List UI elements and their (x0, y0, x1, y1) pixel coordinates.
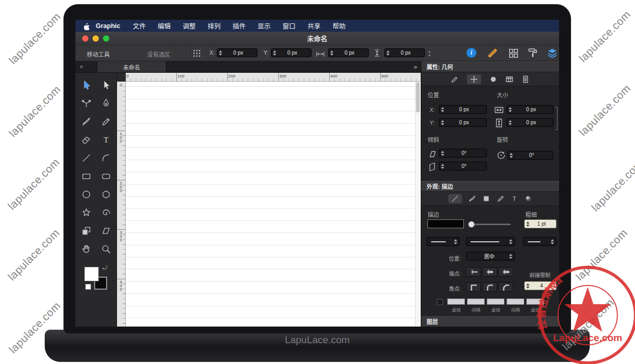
tab-stroke-icon[interactable] (448, 194, 462, 203)
cap-butt-button[interactable] (466, 267, 481, 277)
menu-item-adjust[interactable]: 调整 (183, 21, 196, 31)
cap-round-button[interactable] (482, 267, 497, 277)
eraser-tool[interactable] (80, 134, 93, 146)
stepper-arrows-icon[interactable] (217, 50, 224, 56)
stepper-arrows-icon[interactable] (439, 164, 446, 169)
thickness-stepper[interactable]: 1 pt (524, 219, 556, 228)
document-tab[interactable]: 未命名 (97, 61, 166, 72)
select-tool[interactable] (80, 79, 93, 92)
thickness-slider-knob[interactable] (468, 221, 475, 228)
apple-menu-icon[interactable] (83, 22, 89, 30)
rounded-rectangle-tool[interactable] (100, 170, 112, 183)
direct-select-tool[interactable] (100, 79, 112, 92)
rectangle-tool[interactable] (80, 170, 93, 183)
pencil-tool[interactable] (100, 115, 112, 128)
stepper-arrows-icon[interactable] (508, 153, 514, 158)
menu-item-edit[interactable]: 编辑 (158, 21, 171, 31)
stepper-arrows-icon[interactable] (439, 151, 446, 156)
arc-tool[interactable] (100, 152, 112, 164)
stepper-arrows-icon[interactable] (525, 222, 531, 227)
corner-miter-button[interactable] (466, 282, 481, 292)
toolbar-y-stepper[interactable]: 0 px (271, 48, 312, 57)
star-tool[interactable] (80, 206, 93, 219)
swap-colors-icon[interactable]: ⤾ (102, 264, 107, 271)
canvas-paper[interactable] (125, 81, 416, 327)
pen-tool[interactable] (100, 97, 112, 110)
tab-style-icon[interactable] (451, 75, 459, 83)
vertical-scrollbar[interactable] (415, 81, 421, 327)
dash-pattern-checkbox[interactable] (437, 299, 443, 305)
tab-document-icon[interactable] (522, 75, 529, 83)
tab-shadow-icon[interactable] (525, 195, 532, 202)
default-colors-icon[interactable] (85, 284, 91, 290)
toolbar-x-stepper[interactable]: 0 px (217, 48, 257, 57)
menu-item-file[interactable]: 文件 (133, 21, 146, 31)
tab-overflow-icon[interactable]: » (414, 63, 418, 71)
tab-text-style-icon[interactable]: T (511, 195, 518, 202)
tab-eyedropper-icon[interactable] (497, 195, 504, 202)
skew-x-stepper[interactable]: 0° (439, 149, 487, 158)
corner-round-button[interactable] (482, 282, 497, 292)
brush-tool[interactable] (80, 115, 93, 128)
menu-item-help[interactable]: 帮助 (332, 21, 345, 31)
hand-tool[interactable] (80, 243, 93, 255)
stepper-arrows-icon[interactable] (271, 50, 278, 56)
select-arrows-icon[interactable] (508, 254, 514, 259)
tab-fill-icon[interactable] (483, 195, 490, 202)
ellipse-tool[interactable] (80, 188, 93, 201)
select-arrows-icon[interactable] (452, 239, 459, 244)
stroke-style-select-3[interactable] (523, 237, 556, 246)
polygon-tool[interactable] (100, 188, 112, 201)
tab-table-icon[interactable] (506, 75, 513, 83)
gap-field-2[interactable] (507, 298, 524, 305)
select-arrows-icon[interactable] (549, 239, 556, 244)
menu-item-share[interactable]: 共享 (307, 21, 320, 31)
spiral-tool[interactable] (100, 206, 112, 219)
anchor-grid-icon[interactable] (193, 49, 201, 59)
height-stepper[interactable]: 0 px (507, 118, 553, 127)
tab-brush-icon[interactable] (469, 195, 476, 202)
stepper-arrows-icon[interactable] (439, 120, 446, 125)
color-well[interactable]: ⤾ (84, 267, 108, 291)
menu-item-arrange[interactable]: 排列 (208, 21, 221, 31)
parallelogram-tool[interactable] (100, 225, 112, 237)
stroke-position-select[interactable]: 居中 (466, 252, 515, 261)
toolbar-width-stepper[interactable]: 0 px (328, 48, 369, 57)
rotation-dots-icon[interactable] (428, 50, 431, 59)
scrollbar-thumb[interactable] (416, 82, 420, 112)
dash-field-1[interactable] (447, 298, 465, 305)
layers-button[interactable] (547, 47, 558, 61)
shape-combine-tool[interactable] (80, 225, 93, 237)
tab-close-icon[interactable]: × (80, 63, 83, 71)
info-button[interactable]: i (466, 48, 476, 58)
appearance-roller-button[interactable] (527, 47, 538, 60)
stepper-arrows-icon[interactable] (439, 107, 446, 112)
corner-bevel-button[interactable] (498, 282, 513, 292)
stroke-style-select-2[interactable] (466, 237, 515, 246)
zoom-tool[interactable] (100, 243, 112, 255)
node-tool[interactable] (80, 97, 93, 110)
y-stepper[interactable]: 0 px (439, 118, 487, 127)
gap-field-1[interactable] (467, 298, 485, 305)
select-arrows-icon[interactable] (508, 239, 514, 244)
width-stepper[interactable]: 0 px (507, 105, 553, 114)
text-tool[interactable]: T (100, 134, 112, 146)
menu-item-window[interactable]: 窗口 (282, 21, 295, 31)
toolbar-height-stepper[interactable]: 0 px (384, 48, 425, 57)
x-stepper[interactable]: 0 px (439, 105, 487, 114)
stroke-style-select-1[interactable] (426, 237, 460, 246)
size-link-bracket[interactable] (555, 107, 558, 130)
stroke-color-picker[interactable] (427, 219, 464, 228)
skew-y-stepper[interactable]: 0° (439, 162, 487, 171)
stepper-arrows-icon[interactable] (507, 107, 513, 112)
dash-field-2[interactable] (487, 298, 504, 305)
fill-color-swatch[interactable] (84, 267, 99, 281)
menu-app-name[interactable]: Graphic (96, 22, 120, 30)
artboards-button[interactable] (508, 48, 519, 60)
menu-item-view[interactable]: 显示 (257, 21, 270, 31)
stepper-arrows-icon[interactable] (329, 50, 335, 56)
tab-geometry-icon[interactable] (467, 74, 481, 84)
tab-shape-icon[interactable] (489, 75, 497, 83)
line-tool[interactable] (80, 152, 93, 164)
cap-square-button[interactable] (498, 267, 513, 277)
